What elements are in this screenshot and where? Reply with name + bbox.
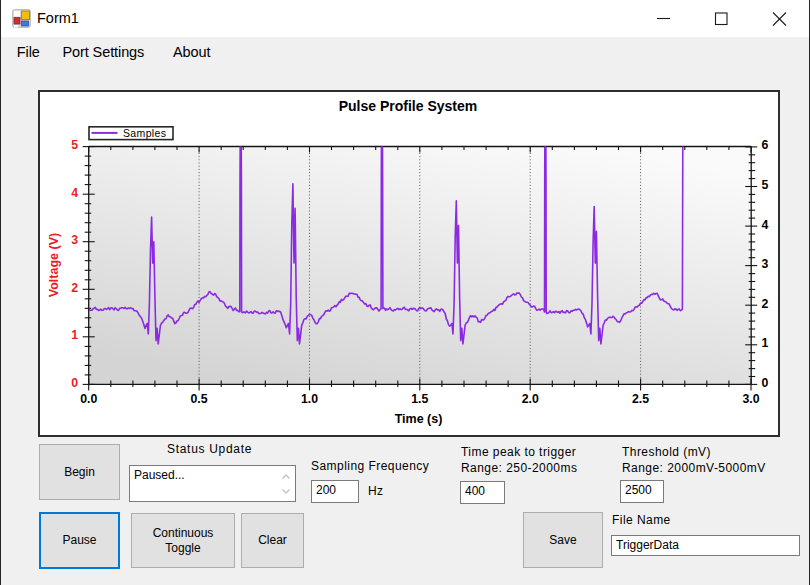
svg-text:Samples: Samples <box>123 127 166 139</box>
svg-text:4: 4 <box>71 186 78 200</box>
svg-text:2: 2 <box>762 297 769 311</box>
svg-text:1: 1 <box>762 336 769 350</box>
svg-text:3.0: 3.0 <box>742 392 759 406</box>
svg-text:Time (s): Time (s) <box>395 412 443 426</box>
svg-text:Voltage (V): Voltage (V) <box>47 233 61 297</box>
svg-text:2.0: 2.0 <box>522 392 539 406</box>
svg-text:1.5: 1.5 <box>411 392 428 406</box>
svg-text:2: 2 <box>71 281 78 295</box>
svg-text:0.5: 0.5 <box>191 392 208 406</box>
svg-text:0: 0 <box>71 376 78 390</box>
svg-text:6: 6 <box>762 138 769 152</box>
svg-text:0.0: 0.0 <box>80 392 97 406</box>
svg-text:0: 0 <box>762 376 769 390</box>
svg-text:2.5: 2.5 <box>632 392 649 406</box>
svg-text:4: 4 <box>762 218 769 232</box>
svg-text:1: 1 <box>71 328 78 342</box>
svg-text:Pulse Profile System: Pulse Profile System <box>339 98 478 114</box>
svg-text:5: 5 <box>71 138 78 152</box>
svg-text:1.0: 1.0 <box>301 392 318 406</box>
svg-text:3: 3 <box>762 257 769 271</box>
svg-text:5: 5 <box>762 178 769 192</box>
svg-text:3: 3 <box>71 233 78 247</box>
